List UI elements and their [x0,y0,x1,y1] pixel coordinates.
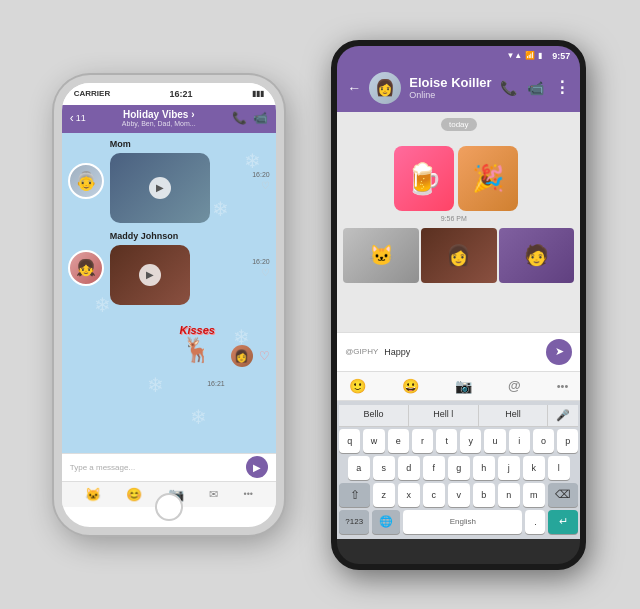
ios-status-bar: CARRIER 16:21 ▮▮▮ [62,83,276,105]
key-r[interactable]: r [412,429,433,453]
android-header-info: Eloise Koiller Online [409,75,492,100]
key-h[interactable]: h [473,456,495,480]
key-z[interactable]: z [373,483,395,507]
keyboard-row-4: ?123 🌐 English . ↵ [339,510,578,537]
sticker-toolbar-icon[interactable]: 🙂 [349,378,366,394]
android-status-icons: ▼▲ 📶 ▮ [506,51,542,60]
chat-item-maddy[interactable]: 👧 Maddy Johnson ▶ 16:20 ♡ [68,231,270,305]
more-toolbar-icon[interactable]: ••• [557,380,569,392]
key-x[interactable]: x [398,483,420,507]
chat-content-mom: Mom ▶ [110,139,246,223]
viber-sticker-chars: 🍺 🎉 [394,141,524,211]
android-device: ▼▲ 📶 ▮ 9:57 ← 👩 Eloise Koiller Online 📞 … [331,40,586,570]
android-input-container: @GIPHY Happy ➤ 🙂 😀 📷 @ ••• Bello Hell [337,332,580,539]
key-f[interactable]: f [423,456,445,480]
mic-suggestion[interactable]: 🎤 [548,405,578,426]
chat-content-maddy: Maddy Johnson ▶ [110,231,246,305]
key-q[interactable]: q [339,429,360,453]
ios-message-input[interactable]: Type a message... [70,463,240,472]
deer-emoji: 🦌 [170,336,225,364]
giphy-thumb-3-inner: 🧑 [499,228,575,283]
play-button-2[interactable]: ▶ [139,264,161,286]
chat-item-mom[interactable]: 👵 Mom ▶ 16:20 ♡ [68,139,270,223]
key-t[interactable]: t [436,429,457,453]
key-c[interactable]: c [423,483,445,507]
camera-toolbar-icon[interactable]: 📷 [455,378,472,394]
ios-status-icons: ▮▮▮ [252,89,264,98]
key-a[interactable]: a [348,456,370,480]
key-w[interactable]: w [363,429,384,453]
ios-chat-body: ❄ ❄ ❄ ❄ ❄ ❄ ❄ 👵 Mom ▶ [62,133,276,453]
key-b[interactable]: b [473,483,495,507]
key-j[interactable]: j [498,456,520,480]
key-i[interactable]: i [509,429,530,453]
key-globe[interactable]: 🌐 [372,510,400,534]
giphy-thumb-1: 🐱 [343,228,419,283]
suggestion-3[interactable]: Hell [479,405,549,426]
android-call-icon[interactable]: 📞 [500,80,517,96]
ios-chat-header: ‹ 11 Holiday Vibes › Abby, Ben, Dad, Mom… [62,105,276,133]
ios-record-button[interactable]: ▶ [246,456,268,478]
key-period[interactable]: . [525,510,545,534]
key-space[interactable]: English [403,510,522,534]
android-contact-status: Online [409,90,492,100]
ios-input-bar: Type a message... ▶ [62,453,276,481]
android-giphy-row: 🐱 👩 🧑 [337,226,580,285]
android-send-icon: ➤ [555,345,564,358]
key-k[interactable]: k [523,456,545,480]
key-delete[interactable]: ⌫ [548,483,579,507]
mom-time: 16:20 [252,171,270,178]
android-input-field[interactable]: Happy [384,347,540,357]
key-g[interactable]: g [448,456,470,480]
ios-time: 16:21 [169,89,192,99]
mom-video-bubble[interactable]: ▶ [110,153,210,223]
android-more-icon[interactable]: ⋮ [554,78,570,97]
play-button-1[interactable]: ▶ [149,177,171,199]
key-v[interactable]: v [448,483,470,507]
emoji-toolbar-icon[interactable]: 😀 [402,378,419,394]
android-header-actions: 📞 📹 ⋮ [500,78,570,97]
android-time: 9:57 [552,51,570,61]
giphy-thumb-1-inner: 🐱 [343,228,419,283]
key-l[interactable]: l [548,456,570,480]
maddy-avatar: 👧 [68,250,104,286]
android-back-button[interactable]: ← [347,80,361,96]
ios-more-icon[interactable]: ••• [244,489,253,499]
android-keyboard[interactable]: Bello Hell l Hell 🎤 q w e r t y u i o p [337,401,580,539]
ios-header-center: Holiday Vibes › Abby, Ben, Dad, Mom... [92,109,226,127]
key-shift[interactable]: ⇧ [339,483,370,507]
android-wifi-icon: 📶 [525,51,535,60]
ios-sticker-icon[interactable]: 🐱 [85,487,101,502]
key-o[interactable]: o [533,429,554,453]
android-send-button[interactable]: ➤ [546,339,572,365]
suggestion-2[interactable]: Hell l [409,405,479,426]
ios-back-button[interactable]: ‹ 11 [70,111,86,125]
key-y[interactable]: y [460,429,481,453]
android-status-bar: ▼▲ 📶 ▮ 9:57 [337,46,580,66]
maddy-video-bubble[interactable]: ▶ [110,245,190,305]
android-video-icon[interactable]: 📹 [527,80,544,96]
snowflake-deco: ❄ [190,405,207,429]
suggestion-1[interactable]: Bello [339,405,409,426]
android-signal-icon: ▼▲ [506,51,522,60]
keyboard-row-1: q w e r t y u i o p [339,429,578,453]
key-symbol[interactable]: ?123 [339,510,369,534]
carrier-label: CARRIER [74,89,110,98]
key-n[interactable]: n [498,483,520,507]
giphy-thumb-2: 👩 [421,228,497,283]
key-s[interactable]: s [373,456,395,480]
ios-call-icon[interactable]: 📞 [232,111,247,125]
key-m[interactable]: m [523,483,545,507]
ios-emoji-icon[interactable]: 😊 [126,487,142,502]
key-e[interactable]: e [388,429,409,453]
ios-video-icon[interactable]: 📹 [253,111,268,125]
key-d[interactable]: d [398,456,420,480]
mom-avatar: 👵 [68,163,104,199]
at-toolbar-icon[interactable]: @ [508,378,521,393]
key-u[interactable]: u [484,429,505,453]
mom-name: Mom [110,139,246,149]
key-enter[interactable]: ↵ [548,510,578,534]
key-p[interactable]: p [557,429,578,453]
ios-home-button[interactable] [155,493,183,521]
ios-attach-icon[interactable]: ✉ [209,488,218,501]
